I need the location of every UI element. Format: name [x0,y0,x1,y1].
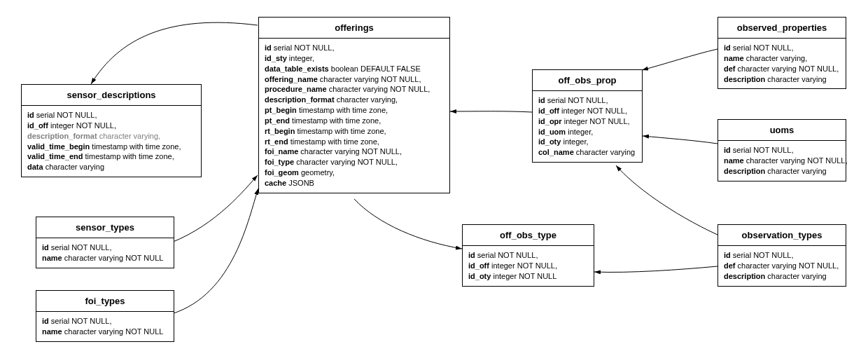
column-definition: valid_time_begin timestamp with time zon… [27,142,195,152]
column-definition: id serial NOT NULL, [42,242,168,253]
column-definition: col_name character varying [538,147,636,158]
entity-observed-properties: observed_properties id serial NOT NULL,n… [718,17,846,89]
column-definition: foi_geom geometry, [265,167,444,178]
column-definition: id_opr integer NOT NULL, [538,116,636,127]
entity-title: offerings [259,18,449,39]
entity-title: foi_types [36,291,174,312]
column-definition: rt_end timestamp with time zone, [265,137,444,147]
column-definition: name character varying NOT NULL, [724,156,840,166]
column-definition: id_off integer NOT NULL, [468,261,588,271]
entity-columns: id serial NOT NULL,id_sty integer,data_t… [259,39,449,193]
entity-sensor-descriptions: sensor_descriptions id serial NOT NULL,i… [21,84,202,177]
column-definition: id serial NOT NULL, [265,43,444,53]
column-definition: name character varying NOT NULL [42,327,168,337]
column-definition: description_format character varying, [265,95,444,105]
entity-columns: id serial NOT NULL,id_off integer NOT NU… [533,91,642,162]
column-definition: id_off integer NOT NULL, [27,121,195,131]
column-definition: cache JSONB [265,178,444,189]
entity-columns: id serial NOT NULL,name character varyin… [718,141,846,181]
column-definition: foi_name character varying NOT NULL, [265,146,444,157]
entity-title: off_obs_prop [533,70,642,91]
column-definition: id_sty integer, [265,53,444,64]
entity-columns: id serial NOT NULL,def character varying… [718,246,846,286]
entity-columns: id serial NOT NULL,id_off integer NOT NU… [22,106,201,177]
entity-title: sensor_types [36,217,174,238]
column-definition: id_off integer NOT NULL, [538,106,636,116]
entity-observation-types: observation_types id serial NOT NULL,def… [718,224,846,287]
entity-title: uoms [718,120,846,141]
entity-title: observed_properties [718,18,846,39]
column-definition: pt_end timestamp with time zone, [265,116,444,126]
column-definition: description_format character varying, [27,131,195,142]
entity-off-obs-type: off_obs_type id serial NOT NULL,id_off i… [462,224,594,287]
column-definition: pt_begin timestamp with time zone, [265,105,444,116]
entity-columns: id serial NOT NULL,name character varyin… [36,238,174,268]
entity-foi-types: foi_types id serial NOT NULL,name charac… [36,290,174,342]
column-definition: data_table_exists boolean DEFAULT FALSE [265,64,444,74]
column-definition: description character varying [724,271,840,282]
column-definition: description character varying [724,166,840,177]
entity-title: sensor_descriptions [22,85,201,106]
entity-offerings: offerings id serial NOT NULL,id_sty inte… [258,17,450,193]
column-definition: procedure_name character varying NOT NUL… [265,84,444,95]
column-definition: id serial NOT NULL, [724,43,840,53]
entity-title: off_obs_type [463,225,594,246]
column-definition: name character varying, [724,53,840,64]
column-definition: foi_type character varying NOT NULL, [265,157,444,167]
column-definition: id serial NOT NULL, [42,316,168,327]
column-definition: def character varying NOT NULL, [724,261,840,271]
column-definition: data character varying [27,162,195,172]
column-definition: id serial NOT NULL, [724,145,840,156]
column-definition: rt_begin timestamp with time zone, [265,126,444,137]
entity-columns: id serial NOT NULL,id_off integer NOT NU… [463,246,594,286]
column-definition: def character varying NOT NULL, [724,64,840,74]
column-definition: description character varying [724,74,840,85]
column-definition: id_oty integer, [538,137,636,147]
column-definition: id serial NOT NULL, [724,250,840,261]
entity-uoms: uoms id serial NOT NULL,name character v… [718,119,846,182]
entity-columns: id serial NOT NULL,name character varyin… [718,39,846,88]
column-definition: offering_name character varying NOT NULL… [265,74,444,85]
column-definition: id_uom integer, [538,127,636,137]
column-definition: valid_time_end timestamp with time zone, [27,151,195,162]
entity-off-obs-prop: off_obs_prop id serial NOT NULL,id_off i… [532,69,643,163]
column-definition: id serial NOT NULL, [468,250,588,261]
entity-title: observation_types [718,225,846,246]
column-definition: id serial NOT NULL, [27,110,195,121]
entity-columns: id serial NOT NULL,name character varyin… [36,312,174,341]
entity-sensor-types: sensor_types id serial NOT NULL,name cha… [36,217,174,268]
column-definition: id_oty integer NOT NULL [468,271,588,282]
column-definition: name character varying NOT NULL [42,253,168,263]
column-definition: id serial NOT NULL, [538,95,636,106]
